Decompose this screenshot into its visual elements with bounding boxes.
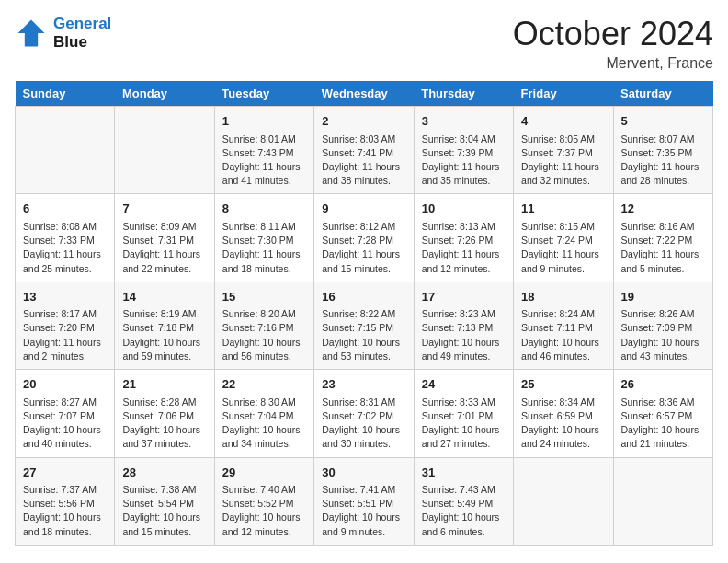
calendar-cell: 6Sunrise: 8:08 AM Sunset: 7:33 PM Daylig… [16, 194, 115, 282]
day-number: 15 [222, 288, 306, 306]
day-info: Sunrise: 8:12 AM Sunset: 7:28 PM Dayligh… [322, 220, 405, 276]
day-info: Sunrise: 8:11 AM Sunset: 7:30 PM Dayligh… [222, 220, 306, 276]
day-info: Sunrise: 8:16 AM Sunset: 7:22 PM Dayligh… [621, 220, 705, 276]
day-number: 25 [521, 375, 605, 394]
day-info: Sunrise: 8:03 AM Sunset: 7:41 PM Dayligh… [322, 132, 405, 189]
calendar-table: SundayMondayTuesdayWednesdayThursdayFrid… [15, 81, 713, 546]
logo: General Blue [15, 15, 111, 52]
calendar-cell: 15Sunrise: 8:20 AM Sunset: 7:16 PM Dayli… [214, 282, 313, 369]
day-info: Sunrise: 8:34 AM Sunset: 6:59 PM Dayligh… [521, 396, 605, 452]
weekday-header-cell: Friday [514, 81, 613, 107]
day-number: 21 [122, 375, 206, 394]
day-number: 28 [122, 464, 206, 482]
calendar-cell: 17Sunrise: 8:23 AM Sunset: 7:13 PM Dayli… [414, 282, 513, 369]
calendar-week-row: 20Sunrise: 8:27 AM Sunset: 7:07 PM Dayli… [16, 370, 713, 457]
calendar-cell: 24Sunrise: 8:33 AM Sunset: 7:01 PM Dayli… [414, 370, 513, 457]
day-number: 31 [422, 464, 506, 482]
day-number: 6 [23, 200, 107, 218]
day-number: 5 [621, 112, 705, 131]
logo-icon [15, 17, 48, 50]
weekday-header-cell: Thursday [414, 81, 513, 107]
calendar-cell: 2Sunrise: 8:03 AM Sunset: 7:41 PM Daylig… [314, 107, 414, 194]
day-number: 14 [122, 288, 206, 306]
calendar-cell: 10Sunrise: 8:13 AM Sunset: 7:26 PM Dayli… [414, 194, 513, 282]
day-info: Sunrise: 8:20 AM Sunset: 7:16 PM Dayligh… [222, 307, 306, 363]
calendar-cell: 25Sunrise: 8:34 AM Sunset: 6:59 PM Dayli… [514, 370, 613, 457]
calendar-cell: 8Sunrise: 8:11 AM Sunset: 7:30 PM Daylig… [214, 194, 313, 282]
calendar-cell: 11Sunrise: 8:15 AM Sunset: 7:24 PM Dayli… [514, 194, 613, 282]
calendar-cell [16, 107, 115, 194]
day-number: 24 [422, 375, 506, 394]
calendar-week-row: 1Sunrise: 8:01 AM Sunset: 7:43 PM Daylig… [16, 107, 713, 194]
calendar-cell: 9Sunrise: 8:12 AM Sunset: 7:28 PM Daylig… [314, 194, 414, 282]
day-info: Sunrise: 8:26 AM Sunset: 7:09 PM Dayligh… [621, 307, 705, 363]
day-number: 4 [521, 112, 605, 131]
day-info: Sunrise: 8:08 AM Sunset: 7:33 PM Dayligh… [23, 220, 107, 276]
logo-text: General Blue [53, 15, 111, 52]
calendar-body: 1Sunrise: 8:01 AM Sunset: 7:43 PM Daylig… [16, 107, 713, 546]
day-info: Sunrise: 8:19 AM Sunset: 7:18 PM Dayligh… [122, 307, 206, 363]
calendar-cell: 31Sunrise: 7:43 AM Sunset: 5:49 PM Dayli… [414, 457, 513, 545]
day-number: 9 [322, 200, 405, 218]
calendar-cell: 12Sunrise: 8:16 AM Sunset: 7:22 PM Dayli… [613, 194, 712, 282]
day-info: Sunrise: 8:23 AM Sunset: 7:13 PM Dayligh… [422, 307, 506, 363]
day-number: 1 [222, 112, 306, 131]
calendar-cell [514, 457, 613, 545]
day-info: Sunrise: 8:01 AM Sunset: 7:43 PM Dayligh… [222, 132, 306, 189]
calendar-cell: 19Sunrise: 8:26 AM Sunset: 7:09 PM Dayli… [613, 282, 712, 369]
calendar-cell: 3Sunrise: 8:04 AM Sunset: 7:39 PM Daylig… [414, 107, 513, 194]
calendar-week-row: 27Sunrise: 7:37 AM Sunset: 5:56 PM Dayli… [16, 457, 713, 545]
day-info: Sunrise: 8:33 AM Sunset: 7:01 PM Dayligh… [422, 396, 506, 452]
calendar-cell [613, 457, 712, 545]
calendar-week-row: 13Sunrise: 8:17 AM Sunset: 7:20 PM Dayli… [16, 282, 713, 369]
month-title: October 2024 [513, 15, 713, 53]
day-number: 23 [322, 375, 405, 394]
day-info: Sunrise: 8:15 AM Sunset: 7:24 PM Dayligh… [521, 220, 605, 276]
day-info: Sunrise: 8:24 AM Sunset: 7:11 PM Dayligh… [521, 307, 605, 363]
day-info: Sunrise: 8:22 AM Sunset: 7:15 PM Dayligh… [322, 307, 405, 363]
calendar-cell: 29Sunrise: 7:40 AM Sunset: 5:52 PM Dayli… [214, 457, 313, 545]
day-info: Sunrise: 8:31 AM Sunset: 7:02 PM Dayligh… [322, 396, 405, 452]
svg-marker-0 [18, 20, 45, 47]
calendar-cell: 1Sunrise: 8:01 AM Sunset: 7:43 PM Daylig… [214, 107, 313, 194]
calendar-cell: 28Sunrise: 7:38 AM Sunset: 5:54 PM Dayli… [115, 457, 214, 545]
calendar-cell: 7Sunrise: 8:09 AM Sunset: 7:31 PM Daylig… [115, 194, 214, 282]
weekday-header-cell: Wednesday [314, 81, 414, 107]
calendar-cell: 27Sunrise: 7:37 AM Sunset: 5:56 PM Dayli… [16, 457, 115, 545]
day-info: Sunrise: 8:05 AM Sunset: 7:37 PM Dayligh… [521, 132, 605, 189]
day-number: 19 [621, 288, 705, 306]
day-info: Sunrise: 7:37 AM Sunset: 5:56 PM Dayligh… [23, 483, 107, 539]
day-info: Sunrise: 7:41 AM Sunset: 5:51 PM Dayligh… [322, 483, 405, 539]
calendar-cell: 23Sunrise: 8:31 AM Sunset: 7:02 PM Dayli… [314, 370, 414, 457]
weekday-header-cell: Sunday [16, 81, 115, 107]
title-block: October 2024 Mervent, France [513, 15, 713, 72]
day-info: Sunrise: 8:27 AM Sunset: 7:07 PM Dayligh… [23, 396, 107, 452]
weekday-header-row: SundayMondayTuesdayWednesdayThursdayFrid… [16, 81, 713, 107]
calendar-cell: 4Sunrise: 8:05 AM Sunset: 7:37 PM Daylig… [514, 107, 613, 194]
calendar-cell: 26Sunrise: 8:36 AM Sunset: 6:57 PM Dayli… [613, 370, 712, 457]
day-number: 8 [222, 200, 306, 218]
day-number: 16 [322, 288, 405, 306]
day-info: Sunrise: 7:43 AM Sunset: 5:49 PM Dayligh… [422, 483, 506, 539]
day-info: Sunrise: 8:17 AM Sunset: 7:20 PM Dayligh… [23, 307, 107, 363]
day-number: 2 [322, 112, 405, 131]
day-info: Sunrise: 8:04 AM Sunset: 7:39 PM Dayligh… [422, 132, 506, 189]
day-info: Sunrise: 8:30 AM Sunset: 7:04 PM Dayligh… [222, 396, 306, 452]
day-number: 29 [222, 464, 306, 482]
day-info: Sunrise: 7:38 AM Sunset: 5:54 PM Dayligh… [122, 483, 206, 539]
day-info: Sunrise: 7:40 AM Sunset: 5:52 PM Dayligh… [222, 483, 306, 539]
day-number: 22 [222, 375, 306, 394]
calendar-cell: 13Sunrise: 8:17 AM Sunset: 7:20 PM Dayli… [16, 282, 115, 369]
day-number: 26 [621, 375, 705, 394]
day-number: 10 [422, 200, 506, 218]
day-number: 18 [521, 288, 605, 306]
calendar-week-row: 6Sunrise: 8:08 AM Sunset: 7:33 PM Daylig… [16, 194, 713, 282]
weekday-header-cell: Saturday [613, 81, 712, 107]
day-number: 13 [23, 288, 107, 306]
day-number: 12 [621, 200, 705, 218]
day-info: Sunrise: 8:09 AM Sunset: 7:31 PM Dayligh… [122, 220, 206, 276]
day-info: Sunrise: 8:13 AM Sunset: 7:26 PM Dayligh… [422, 220, 506, 276]
day-number: 30 [322, 464, 405, 482]
calendar-cell [115, 107, 214, 194]
calendar-cell: 16Sunrise: 8:22 AM Sunset: 7:15 PM Dayli… [314, 282, 414, 369]
